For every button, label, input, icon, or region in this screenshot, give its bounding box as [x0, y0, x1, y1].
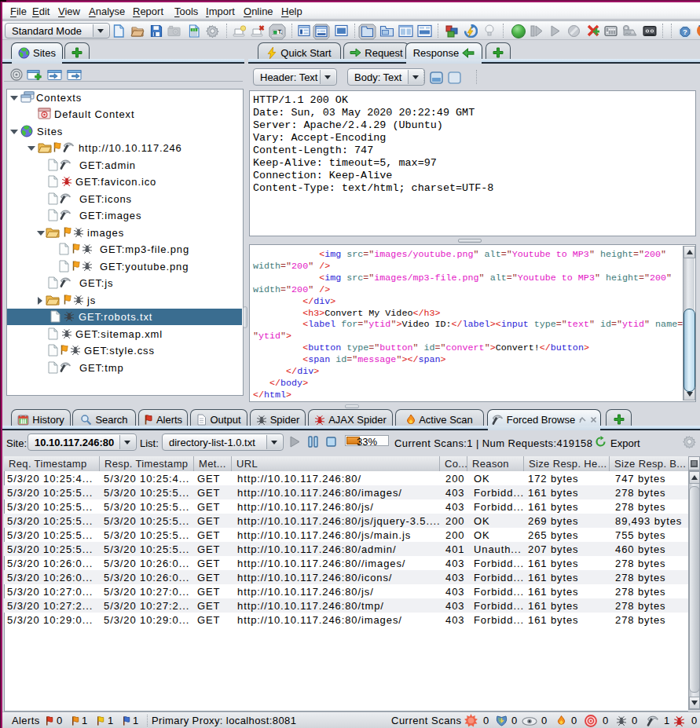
svg-text:?: ?	[683, 27, 687, 36]
svg-text:T.: T.	[278, 29, 282, 35]
